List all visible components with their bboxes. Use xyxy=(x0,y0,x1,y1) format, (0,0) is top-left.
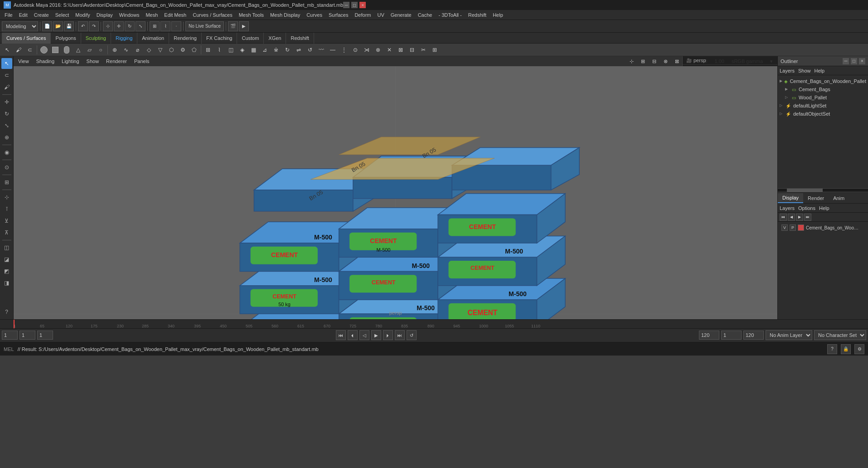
tab-redshift[interactable]: Redshift xyxy=(286,33,314,44)
extrude-btn[interactable]: ⊞ xyxy=(203,44,213,55)
select-icon-btn[interactable]: ↖ xyxy=(2,44,13,55)
help-icon-btn[interactable]: ? xyxy=(827,344,837,354)
vp-toolbar-btn3[interactable]: ⊟ xyxy=(650,58,658,65)
outliner-menu-display[interactable]: Layers xyxy=(780,68,795,73)
poke-btn[interactable]: ※ xyxy=(271,44,281,55)
bridge-btn[interactable]: ⌇ xyxy=(214,44,225,55)
layer-tab-render[interactable]: Render xyxy=(803,194,829,203)
menu-3dtoall[interactable]: Cache xyxy=(415,11,435,19)
render-button[interactable]: ▶ xyxy=(239,21,249,31)
rotate-tool[interactable]: ↻ xyxy=(125,21,135,31)
snap-to-point[interactable]: · xyxy=(171,21,181,31)
pyramid-btn[interactable]: ▽ xyxy=(155,44,165,55)
vp-toolbar-btn4[interactable]: ⊗ xyxy=(662,58,669,65)
layers-menu[interactable]: Layers xyxy=(780,205,795,211)
menu-modify[interactable]: Modify xyxy=(73,11,92,19)
paint-sel-btn[interactable]: 🖌 xyxy=(1,82,12,93)
maximize-button[interactable]: □ xyxy=(351,2,358,8)
menu-select[interactable]: Select xyxy=(53,11,72,19)
flip-btn[interactable]: ⇌ xyxy=(293,44,304,55)
end-frame-input[interactable]: 120 xyxy=(699,331,719,340)
tab-animation[interactable]: Animation xyxy=(137,33,169,44)
menu-windows[interactable]: Windows xyxy=(116,11,142,19)
menu-curves[interactable]: Mesh Display xyxy=(267,11,303,19)
go-end-btn[interactable]: ⏭ xyxy=(395,330,405,340)
menu-help2[interactable]: Help xyxy=(490,11,506,19)
crease-btn[interactable]: ⋮ xyxy=(339,44,349,55)
save-scene-button[interactable]: 💾 xyxy=(64,21,74,31)
spin-btn[interactable]: ↻ xyxy=(282,44,293,55)
outliner-item-wood-pallet[interactable]: ▷ ▭ Wood_Pallet xyxy=(778,93,868,102)
disk-btn[interactable]: ○ xyxy=(95,44,106,55)
close-button[interactable]: × xyxy=(359,2,366,8)
outliner-item-cement-bags[interactable]: ▶ ▭ Cement_Bags xyxy=(778,85,868,93)
cylinder-btn[interactable] xyxy=(61,44,72,55)
snap-to-grid[interactable]: ⊞ xyxy=(150,21,160,31)
playback-end-input[interactable] xyxy=(743,331,764,340)
vp-toolbar-btn2[interactable]: ⊞ xyxy=(639,58,647,65)
layer-playback-btn[interactable]: P xyxy=(790,224,796,231)
menu-display[interactable]: Display xyxy=(94,11,116,19)
settings-icon-btn[interactable]: ⚙ xyxy=(854,344,864,354)
vp-menu-lighting[interactable]: Lighting xyxy=(60,58,81,65)
chamfer-btn[interactable]: ◈ xyxy=(237,44,247,55)
outliner-close[interactable]: × xyxy=(859,58,865,64)
outliner-item-object-set[interactable]: ▷ ⚡ defaultObjectSet xyxy=(778,110,868,118)
bevel-btn[interactable]: ◫ xyxy=(225,44,236,55)
plane-btn[interactable]: ▱ xyxy=(84,44,95,55)
attr-btn3[interactable]: ◩ xyxy=(1,266,12,277)
layer-next-btn[interactable]: ▶ xyxy=(796,214,803,221)
menu-deform[interactable]: Surfaces xyxy=(326,11,351,19)
char-set-dropdown[interactable]: No Character Set xyxy=(814,330,866,340)
go-start-btn[interactable]: ⏮ xyxy=(336,330,346,340)
layer-next-next-btn[interactable]: ⏭ xyxy=(804,214,811,221)
render-settings[interactable]: 🎬 xyxy=(228,21,238,31)
vp-toolbar-btn5[interactable]: ⊠ xyxy=(673,58,681,65)
menu-mesh-display[interactable]: Mesh Tools xyxy=(236,11,267,19)
menu-help[interactable]: Redshift xyxy=(466,11,489,19)
target-weld-btn[interactable]: ⊙ xyxy=(350,44,361,55)
workspace-dropdown[interactable]: Modeling xyxy=(2,21,38,31)
vp-menu-shading[interactable]: Shading xyxy=(34,58,56,65)
vp-menu-panels[interactable]: Panels xyxy=(132,58,151,65)
detach-btn[interactable]: ⊠ xyxy=(395,44,406,55)
harden-btn[interactable]: — xyxy=(327,44,338,55)
outliner-item-root[interactable]: ▶ ◈ Cement_Bags_on_Wooden_Pallet xyxy=(778,77,868,85)
outliner-maximize[interactable]: □ xyxy=(851,58,857,64)
vp-toolbar-btn1[interactable]: ⊹ xyxy=(628,58,635,65)
layer-visibility-btn[interactable]: V xyxy=(781,224,788,231)
undo-button[interactable]: ↶ xyxy=(78,21,88,31)
new-scene-button[interactable]: 📄 xyxy=(42,21,52,31)
scale-tool[interactable]: ⤡ xyxy=(136,21,145,31)
timeline-ruler[interactable]: 1 65 120 175 230 285 340 395 450 505 560… xyxy=(0,320,868,329)
delete-edge-btn[interactable]: ✕ xyxy=(384,44,395,55)
layer-tab-display[interactable]: Display xyxy=(778,193,803,203)
menu-mesh[interactable]: Mesh xyxy=(143,11,160,19)
wedge-btn[interactable]: ⊿ xyxy=(259,44,270,55)
tab-curves-surfaces[interactable]: Curves / Surfaces xyxy=(2,33,51,44)
move-tool[interactable]: ✛ xyxy=(114,21,124,31)
menu-generate[interactable]: UV xyxy=(374,11,387,19)
playback-input[interactable] xyxy=(37,331,53,340)
tab-sculpting[interactable]: Sculpting xyxy=(81,33,111,44)
snap-btn2[interactable]: ⊺ xyxy=(1,204,12,214)
snap-btn3[interactable]: ⊻ xyxy=(1,215,12,226)
layer-help-menu[interactable]: Help xyxy=(819,205,829,211)
layer-prev-prev-btn[interactable]: ⏮ xyxy=(780,214,787,221)
anim-layer-dropdown[interactable]: No Anim Layer xyxy=(766,330,812,340)
scale-tool-btn[interactable]: ⤡ xyxy=(1,120,12,131)
select-tool[interactable]: ⊹ xyxy=(103,21,113,31)
question-btn[interactable]: ? xyxy=(1,307,12,317)
split-btn[interactable]: ⊟ xyxy=(407,44,417,55)
open-scene-button[interactable]: 📂 xyxy=(53,21,63,31)
soften-btn[interactable]: 〰 xyxy=(316,44,327,55)
vp-menu-show[interactable]: Show xyxy=(85,58,101,65)
outliner-minimize[interactable]: ─ xyxy=(843,58,849,64)
layer-tab-anim[interactable]: Anim xyxy=(829,194,849,203)
current-frame-input[interactable] xyxy=(19,331,35,340)
menu-create[interactable]: Create xyxy=(31,11,52,19)
menu-file[interactable]: File xyxy=(2,11,15,19)
soccer-btn[interactable]: ⬡ xyxy=(166,44,177,55)
platonic-btn[interactable]: ⬠ xyxy=(189,44,199,55)
tab-fx-caching[interactable]: FX Caching xyxy=(202,33,237,44)
